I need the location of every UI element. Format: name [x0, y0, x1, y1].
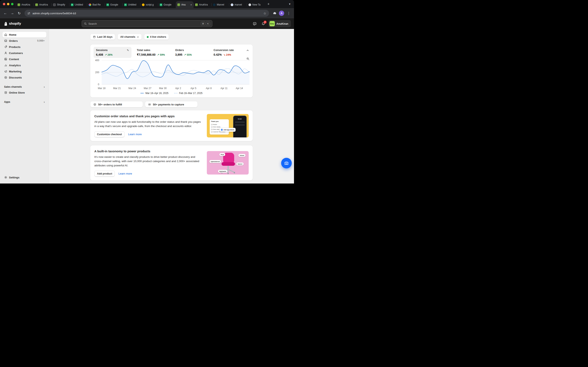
collapse-chevron-up-icon[interactable] [246, 49, 249, 52]
tab-search-chevron-icon[interactable]: ▼ [287, 1, 292, 7]
legend-item: Feb 16–Mar 17, 2025 [174, 92, 203, 95]
search-icon [84, 22, 87, 25]
settings-gear-icon [4, 176, 7, 179]
attribute-tag: Pink [219, 153, 225, 156]
browser-tab[interactable]: Untitled × [122, 1, 140, 8]
screenshot-camera-fab[interactable] [281, 158, 292, 168]
sidebar-item-discounts[interactable]: Discounts [2, 75, 46, 80]
learn-more-link[interactable]: Learn more [118, 172, 132, 175]
inspect-chart-icon[interactable] [246, 57, 250, 61]
learn-more-link[interactable]: Learn more [128, 133, 142, 136]
reload-button[interactable]: ↻ [16, 10, 22, 17]
legend-label: Mar 18–Apr 16, 2025 [145, 92, 168, 95]
browser-tab[interactable]: marvel × [229, 1, 247, 8]
address-bar[interactable]: admin.shopify.com/store/5e8834-b3 ☆ [25, 10, 269, 17]
browser-profile-avatar[interactable]: A [279, 11, 284, 16]
promo-body: All plans can now use apps to add functi… [94, 120, 202, 128]
tab-favicon [249, 3, 251, 6]
window-close-button[interactable] [3, 3, 5, 5]
browser-tab[interactable]: AnuKira × [16, 1, 34, 8]
tab-title: AnuKira [21, 3, 32, 6]
forward-button[interactable]: → [9, 10, 16, 17]
metric-delta: ↘ 24% [223, 53, 231, 56]
metric-sessions[interactable]: Sessions ✎ 6,408 ↗ 26% [94, 47, 131, 58]
user-menu[interactable]: Anu AnuKiran [268, 20, 291, 27]
metric-conversion-rate[interactable]: Conversion rate 0.42% ↘ 24% [211, 47, 250, 58]
sidebar-item-label: Online Store [9, 91, 25, 94]
phone-mockup: VIZI [233, 116, 247, 137]
site-info-icon[interactable] [27, 12, 30, 15]
tab-title: New Ta [252, 3, 263, 6]
notifications-bell-icon[interactable]: 2 [260, 20, 267, 27]
sessions-chart: 0200400 Mar 18Mar 21Mar 24Mar 27Mar 30Ap… [94, 60, 250, 91]
metric-orders[interactable]: Orders 3,895 ↗ 55% [173, 47, 211, 58]
taxonomy-promo-card: A built-in taxonomy to power products It… [90, 145, 253, 180]
back-button[interactable]: ← [2, 10, 9, 17]
live-visitors-button[interactable]: 4 live visitors [144, 34, 169, 40]
orders-count-badge: 9,999+ [37, 39, 45, 42]
box-icon [93, 103, 96, 106]
sidebar-item-label: Settings [9, 176, 19, 179]
sidebar-section-sales-channels[interactable]: Sales channels › [2, 84, 46, 90]
tab-close-icon[interactable]: × [190, 3, 192, 6]
sidebar-item-marketing[interactable]: Marketing [2, 68, 46, 74]
sidebar-item-orders[interactable]: Orders 9,999+ [2, 38, 46, 44]
sidebar-item-analytics[interactable]: Analytics [2, 62, 46, 68]
metric-value: 3,895 [175, 53, 182, 56]
extensions-puzzle-icon[interactable] [271, 10, 278, 17]
sidebar-item-online-store[interactable]: Online Store [2, 90, 46, 95]
sidebar-item-content[interactable]: Content [2, 56, 46, 62]
browser-tab[interactable]: Marvel × [211, 1, 229, 8]
orders-to-fulfill-button[interactable]: 50+ orders to fulfill [90, 101, 143, 108]
attribute-tag: Hydraulic [218, 170, 227, 173]
bookmark-star-icon[interactable]: ☆ [263, 11, 266, 15]
new-tab-button[interactable]: + [266, 1, 271, 7]
tab-title: script.g [146, 3, 156, 6]
window-zoom-button[interactable] [11, 3, 13, 5]
edit-metric-pencil-icon[interactable]: ✎ [127, 49, 129, 52]
discounts-percent-icon [4, 76, 7, 79]
legend-item: Mar 18–Apr 16, 2025 [140, 92, 168, 95]
chart-y-axis-labels: 0200400 [94, 60, 102, 91]
phone-content-row [235, 124, 245, 125]
sidebar-item-home[interactable]: Home [2, 32, 46, 38]
browser-tab[interactable]: Untitled × [69, 1, 87, 8]
channel-filter-button[interactable]: All channels [118, 34, 142, 40]
add-product-button[interactable]: Add product [94, 171, 115, 177]
home-icon [4, 33, 7, 36]
sidebar-item-settings[interactable]: Settings [2, 175, 46, 180]
chevron-right-icon[interactable]: › [44, 85, 45, 88]
date-range-button[interactable]: Last 30 days [90, 34, 115, 40]
window-minimize-button[interactable] [7, 3, 9, 5]
section-label: Sales channels [4, 85, 22, 88]
browser-tab[interactable]: Anu × [176, 1, 194, 8]
metric-total-sales[interactable]: Total sales ₹7,548,888.60 ↗ 59% [134, 47, 173, 58]
browser-tab[interactable]: Google × [105, 1, 122, 8]
browser-tab[interactable]: Google × [158, 1, 176, 8]
browser-tab[interactable]: Bad Re × [87, 1, 105, 8]
section-label: Apps [4, 100, 10, 103]
url-text[interactable]: admin.shopify.com/store/5e8834-b3 [33, 12, 261, 15]
browser-tab[interactable]: script.g × [140, 1, 158, 8]
inbox-icon[interactable] [251, 20, 258, 27]
shopify-bag-icon [3, 21, 8, 26]
browser-tab[interactable]: AnuKira × [194, 1, 211, 8]
sidebar-item-customers[interactable]: Customers [2, 50, 46, 56]
analytics-overview-card: Sessions ✎ 6,408 ↗ 26% Total sales ₹ [90, 44, 253, 98]
browser-tab[interactable]: AnuKira × [34, 1, 52, 8]
browser-tab[interactable]: Shopify × [52, 1, 69, 8]
plus-icon: + [221, 129, 223, 131]
checkout-preview-image: VIZI Thank you Header Order details Orde… [207, 114, 249, 137]
shopify-logo[interactable]: shopify [3, 21, 21, 26]
sidebar-section-apps[interactable]: Apps › [2, 99, 46, 105]
sidebar-item-products[interactable]: Products [2, 44, 46, 50]
payments-to-capture-button[interactable]: 50+ payments to capture [145, 101, 198, 108]
panel-row: Header [211, 123, 228, 125]
user-avatar: Anu [269, 21, 275, 26]
admin-search-input[interactable]: Search ⌘ K [82, 20, 212, 27]
browser-menu-icon[interactable]: ⋮ [285, 10, 292, 17]
notification-badge: 2 [264, 21, 267, 24]
browser-tab[interactable]: New Ta × [247, 1, 265, 8]
customize-checkout-button[interactable]: Customize checkout [94, 131, 125, 137]
chevron-right-icon[interactable]: › [44, 100, 45, 103]
